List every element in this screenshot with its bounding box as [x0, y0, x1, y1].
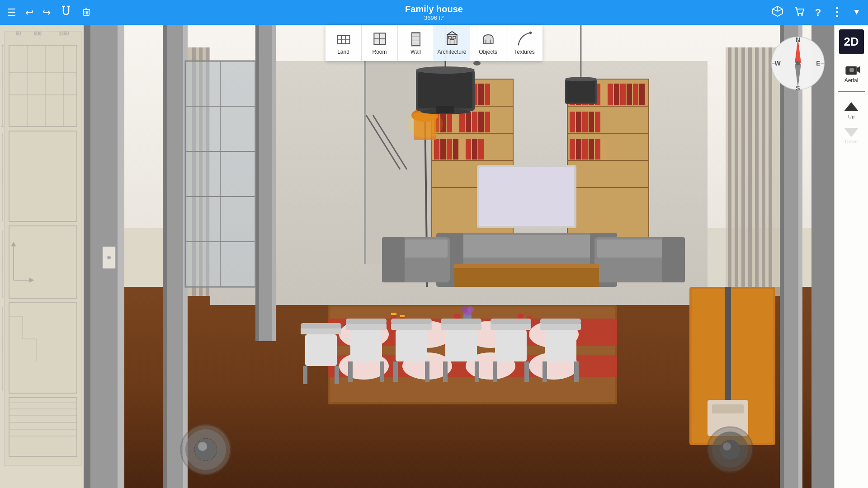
svg-rect-212	[601, 139, 607, 160]
svg-rect-225	[436, 106, 454, 113]
svg-rect-208	[576, 139, 581, 160]
toolbar-item-room[interactable]: Room	[362, 25, 398, 61]
svg-point-60	[801, 14, 803, 16]
toolbar-land-label: Land	[337, 49, 349, 55]
nav-down-button[interactable]: Down	[839, 124, 864, 145]
svg-rect-294	[545, 330, 576, 361]
trash-icon[interactable]	[81, 6, 91, 19]
project-title: Family house	[405, 4, 463, 14]
svg-rect-292	[491, 319, 531, 324]
svg-rect-139	[811, 25, 834, 488]
nav-up-button[interactable]: Up	[839, 99, 864, 120]
svg-rect-171	[459, 112, 465, 132]
undo-icon[interactable]: ↩	[25, 7, 33, 19]
svg-line-57	[778, 9, 783, 11]
svg-rect-277	[346, 319, 387, 324]
cube-icon[interactable]	[772, 5, 783, 20]
svg-rect-124	[163, 25, 167, 488]
svg-rect-181	[466, 139, 471, 160]
nav-up-label: Up	[848, 114, 854, 119]
svg-point-231	[473, 61, 481, 66]
svg-rect-175	[485, 112, 490, 132]
svg-point-312	[720, 440, 740, 460]
svg-rect-286	[475, 361, 479, 382]
svg-text:900: 900	[34, 31, 42, 36]
svg-rect-138	[798, 25, 802, 488]
more-icon[interactable]: ⋮	[831, 5, 843, 19]
svg-rect-165	[478, 84, 484, 105]
svg-rect-222	[418, 72, 472, 108]
svg-rect-296	[574, 361, 579, 382]
panel-divider	[838, 91, 865, 92]
svg-rect-198	[620, 84, 626, 105]
svg-rect-141	[728, 47, 731, 296]
magnet-icon[interactable]	[60, 5, 72, 20]
svg-rect-176	[434, 139, 439, 160]
svg-rect-209	[582, 139, 588, 160]
svg-rect-204	[582, 112, 588, 132]
svg-rect-275	[348, 361, 353, 382]
svg-rect-146	[762, 47, 765, 296]
view-2d-button[interactable]: 2D	[839, 29, 864, 54]
aerial-view-button[interactable]: Aerial	[840, 60, 863, 86]
svg-rect-271	[335, 366, 339, 384]
svg-rect-169	[447, 112, 452, 132]
svg-rect-183	[478, 139, 484, 160]
svg-rect-177	[440, 139, 446, 160]
menu-icon[interactable]: ☰	[7, 7, 16, 19]
svg-text:900: 900	[0, 258, 1, 267]
svg-text:E: E	[816, 60, 820, 67]
svg-text:W: W	[774, 60, 781, 67]
svg-rect-233	[439, 235, 615, 258]
toolbar-item-objects[interactable]: Objects	[470, 25, 506, 61]
svg-rect-283	[441, 323, 481, 330]
svg-rect-201	[639, 84, 645, 105]
toolbar-item-wall[interactable]: Wall	[398, 25, 434, 61]
svg-rect-207	[570, 139, 575, 160]
svg-rect-215	[479, 167, 574, 226]
header-left-controls: ☰ ↩ ↪	[7, 5, 91, 20]
svg-rect-284	[445, 330, 477, 361]
svg-rect-122	[118, 25, 124, 488]
svg-rect-238	[382, 237, 405, 282]
svg-rect-70	[412, 33, 420, 46]
svg-text:1450: 1450	[59, 31, 69, 36]
toolbar-item-textures[interactable]: Textures	[506, 25, 542, 61]
svg-text:3500: 3500	[0, 77, 1, 88]
svg-rect-197	[614, 84, 619, 105]
account-icon[interactable]: ▲	[853, 8, 861, 17]
svg-point-219	[407, 111, 443, 138]
toolbar-item-land[interactable]: Land	[326, 25, 362, 61]
svg-point-229	[565, 77, 597, 81]
svg-rect-196	[608, 84, 613, 105]
svg-rect-143	[741, 47, 745, 296]
svg-point-267	[467, 306, 474, 313]
help-icon[interactable]: ?	[815, 7, 821, 19]
svg-rect-203	[576, 112, 581, 132]
project-size: 3696 ft²	[405, 14, 463, 21]
svg-rect-279	[396, 330, 427, 361]
svg-rect-288	[491, 323, 531, 330]
cart-icon[interactable]	[793, 5, 805, 20]
svg-rect-241	[662, 237, 685, 282]
svg-line-75	[447, 32, 452, 35]
redo-icon[interactable]: ↪	[42, 7, 51, 19]
svg-rect-270	[303, 366, 307, 384]
toolbar-item-architecture[interactable]: Architecture	[434, 25, 470, 61]
right-panel: 2D Aerial Up Down	[834, 25, 868, 488]
svg-rect-273	[346, 323, 387, 330]
svg-rect-293	[540, 323, 581, 330]
toolbar-objects-label: Objects	[479, 49, 497, 55]
svg-rect-205	[589, 112, 594, 132]
svg-rect-257	[391, 313, 396, 315]
compass: E W N S	[769, 34, 827, 93]
svg-rect-149	[364, 61, 366, 264]
svg-rect-281	[425, 361, 429, 382]
svg-rect-199	[627, 84, 632, 105]
svg-rect-228	[566, 81, 595, 103]
main-3d-view[interactable]	[84, 25, 834, 488]
svg-rect-287	[441, 319, 481, 324]
svg-text:3600: 3600	[0, 170, 1, 181]
svg-marker-330	[844, 102, 859, 111]
svg-point-322	[796, 61, 800, 66]
